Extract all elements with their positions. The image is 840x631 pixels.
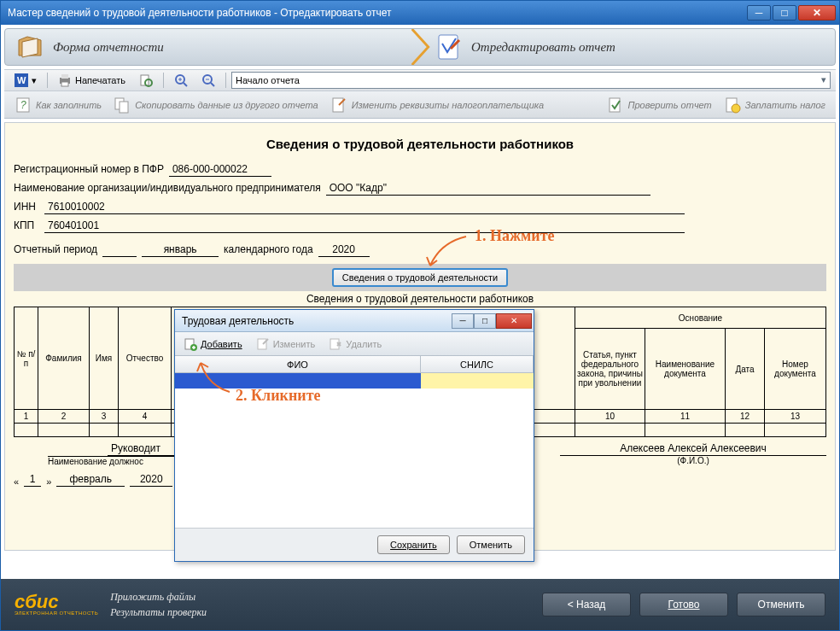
edit-requisites-button[interactable]: Изменить реквизиты налогоплательщика: [325, 94, 549, 116]
section-select[interactable]: Начало отчета: [231, 72, 831, 89]
th-docname: Наименование документа: [645, 329, 725, 410]
wizard-steps: Форма отчетности Отредактировать отчет: [4, 28, 836, 66]
dialog-title: Трудовая деятельность: [182, 315, 452, 327]
kpp-value[interactable]: 760401001: [44, 219, 685, 233]
period-blank[interactable]: [102, 244, 137, 257]
attach-files-link[interactable]: Приложить файлы: [110, 591, 207, 604]
selected-row[interactable]: [175, 373, 534, 389]
delete-button: Удалить: [325, 336, 385, 353]
close-button[interactable]: ✕: [798, 5, 836, 20]
window-title: Мастер сведений о трудовой деятельности …: [8, 7, 747, 19]
add-icon: [184, 337, 197, 351]
period-month[interactable]: январь: [142, 243, 219, 257]
dialog-cancel-button[interactable]: Отменить: [457, 535, 525, 554]
edit-doc-icon: [330, 96, 347, 114]
zoom-out-icon: [201, 73, 215, 87]
footer: сбис ЭЛЕКТРОННАЯ ОТЧЕТНОСТЬ Приложить фа…: [1, 579, 839, 630]
inn-value[interactable]: 7610010002: [44, 201, 685, 214]
svg-rect-14: [333, 98, 343, 112]
th-npp: № п/п: [15, 307, 38, 410]
dialog-maximize-button[interactable]: □: [474, 313, 496, 329]
back-button[interactable]: < Назад: [542, 593, 631, 616]
corr-month[interactable]: февраль: [56, 473, 125, 487]
maximize-button[interactable]: □: [773, 5, 796, 20]
period-label: Отчетный период: [14, 243, 97, 257]
check-report-button[interactable]: Проверить отчет: [602, 94, 717, 116]
svg-rect-13: [120, 102, 128, 113]
activity-button[interactable]: Сведения о трудовой деятельности: [332, 268, 508, 287]
minimize-button[interactable]: ─: [747, 5, 771, 20]
col-fio[interactable]: ФИО: [175, 356, 421, 372]
reg-value[interactable]: 086-000-000022: [169, 163, 271, 177]
wizard-step-edit[interactable]: Отредактировать отчет: [423, 29, 626, 65]
copy-icon: [114, 96, 131, 114]
pay-icon: [724, 96, 741, 114]
corr-year[interactable]: 2020: [130, 473, 172, 487]
org-label: Наименование организации/индивидуального…: [14, 182, 321, 196]
preview-icon: [139, 73, 153, 87]
help-icon: ?: [15, 96, 32, 114]
folder-icon: [15, 32, 46, 62]
kpp-label: КПП: [14, 219, 39, 233]
th-lastname: Фамилия: [38, 307, 90, 410]
wizard-step1-label: Форма отчетности: [53, 40, 164, 55]
svg-rect-21: [330, 339, 339, 349]
th-article: Статья, пункт федерального закона, причи…: [575, 329, 645, 410]
reg-label: Регистрационный номер в ПФР: [14, 163, 164, 177]
period-year[interactable]: 2020: [318, 243, 370, 257]
logo: сбис ЭЛЕКТРОННАЯ ОТЧЕТНОСТЬ: [15, 593, 98, 616]
table-caption: Сведения о трудовой деятельности работни…: [14, 293, 826, 305]
howto-button[interactable]: ?Как заполнить: [9, 94, 107, 116]
svg-rect-5: [61, 82, 68, 86]
ready-button[interactable]: Готово: [639, 593, 728, 616]
th-midname: Отчество: [119, 307, 172, 410]
svg-point-17: [732, 104, 740, 113]
zoom-in-icon: [174, 73, 188, 87]
activity-dialog: Трудовая деятельность ─ □ ✕ Добавить Изм…: [174, 309, 534, 562]
titlebar[interactable]: Мастер сведений о трудовой деятельности …: [1, 1, 839, 25]
org-value[interactable]: ООО "Кадр": [326, 182, 650, 196]
svg-rect-4: [61, 74, 68, 79]
word-export-button[interactable]: W▾: [9, 72, 42, 89]
save-button[interactable]: Сохранить: [377, 535, 450, 554]
th-basis: Основание: [575, 307, 825, 329]
edit-button: Изменить: [253, 336, 319, 353]
th-firstname: Имя: [90, 307, 119, 410]
dialog-toolbar: Добавить Изменить Удалить: [175, 332, 534, 356]
toolbar-secondary: ?Как заполнить Скопировать данные из дру…: [4, 91, 836, 119]
zoom-out-button[interactable]: [196, 72, 220, 89]
dialog-titlebar[interactable]: Трудовая деятельность ─ □ ✕: [175, 310, 534, 332]
corr-num[interactable]: 1: [24, 473, 41, 487]
pay-tax-button[interactable]: Заплатить налог: [719, 94, 831, 116]
dialog-footer: Сохранить Отменить: [175, 528, 534, 560]
wizard-step2-label: Отредактировать отчет: [471, 40, 615, 55]
th-date: Дата: [725, 329, 764, 410]
dialog-close-button[interactable]: ✕: [496, 313, 532, 329]
wizard-step-form[interactable]: Форма отчетности: [5, 29, 423, 65]
check-results-link[interactable]: Результаты проверки: [110, 606, 207, 619]
copy-data-button[interactable]: Скопировать данные из другого отчета: [108, 94, 324, 116]
dialog-grid-body[interactable]: [175, 373, 534, 528]
add-button[interactable]: Добавить: [180, 336, 246, 353]
preview-button[interactable]: [134, 72, 158, 89]
signer-name: Алексеев Алексей Алексеевич: [560, 442, 826, 456]
zoom-in-button[interactable]: [169, 72, 193, 89]
inn-label: ИНН: [14, 201, 39, 214]
doc-title: Сведения о трудовой деятельности работни…: [14, 137, 826, 151]
edit-icon: [256, 337, 270, 351]
th-docnum: Номер документа: [764, 329, 825, 410]
svg-text:W: W: [17, 75, 26, 85]
cancel-button[interactable]: Отменить: [737, 593, 825, 616]
edit-report-icon: [434, 32, 464, 62]
word-icon: W: [15, 73, 28, 87]
dialog-grid-header: ФИО СНИЛС: [175, 356, 534, 373]
delete-icon: [329, 337, 342, 351]
svg-text:?: ?: [20, 99, 26, 111]
period-mid: календарного года: [224, 243, 312, 257]
fio-caption: (Ф.И.О.): [560, 456, 826, 465]
col-snils[interactable]: СНИЛС: [421, 356, 534, 372]
check-icon: [607, 96, 624, 114]
dialog-minimize-button[interactable]: ─: [452, 313, 474, 329]
print-button[interactable]: Напечатать: [53, 72, 131, 89]
toolbar-primary: W▾ Напечатать Начало отчета: [4, 69, 836, 91]
